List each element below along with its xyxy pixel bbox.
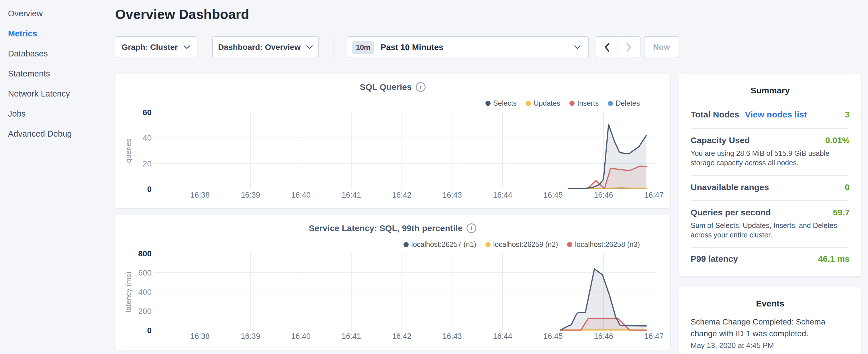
sidebar-item-databases[interactable]: Databases [0, 43, 115, 64]
svg-text:200: 200 [138, 307, 152, 316]
sidebar-item-overview[interactable]: Overview [0, 3, 115, 24]
summary-row-capacity-used: Capacity Used 0.01% You are using 28.6 M… [691, 135, 850, 167]
summary-row-description: Sum of Selects, Updates, Inserts, and De… [691, 221, 850, 240]
summary-panel: Summary Total Nodes View nodes list 3 Ca… [679, 74, 861, 277]
sidebar-item-network-latency[interactable]: Network Latency [0, 84, 115, 104]
sql-queries-plot[interactable]: 020406016:3816:3916:4016:4116:4216:4316:… [115, 74, 670, 208]
svg-text:16:46: 16:46 [594, 191, 613, 199]
svg-text:16:39: 16:39 [241, 332, 260, 341]
graph-dropdown[interactable]: Graph: Cluster [115, 36, 197, 58]
svg-text:16:44: 16:44 [493, 332, 513, 341]
sidebar-item-statements[interactable]: Statements [0, 64, 115, 84]
dashboard-dropdown[interactable]: Dashboard: Overview [212, 36, 319, 58]
summary-row-label: Capacity Used [691, 135, 750, 145]
svg-text:16:40: 16:40 [291, 332, 311, 341]
summary-row-p99-latency: P99 latency 46.1 ms [691, 254, 850, 264]
summary-title: Summary [679, 86, 861, 95]
chevron-down-icon [306, 45, 313, 50]
previous-timespan-button[interactable] [596, 37, 618, 58]
summary-row-unavailable-ranges: Unavailable ranges 0 [691, 183, 850, 192]
svg-text:600: 600 [138, 268, 152, 277]
time-step-buttons [596, 36, 641, 58]
svg-text:0: 0 [147, 326, 152, 335]
summary-row-description: You are using 28.6 MiB of 515.9 GiB usab… [691, 149, 850, 167]
chevron-left-icon [606, 43, 609, 51]
sidebar-item-jobs[interactable]: Jobs [0, 104, 115, 124]
service-latency-plot[interactable]: 020040060080016:3816:3916:4016:4116:4216… [115, 215, 670, 349]
dashboard-dropdown-label: Dashboard: Overview [218, 43, 301, 52]
svg-text:16:40: 16:40 [291, 191, 311, 199]
summary-row-value: 3 [845, 110, 850, 120]
time-window-badge: 10m [352, 41, 374, 54]
events-panel: Events Schema Change Completed: Schema c… [679, 287, 861, 354]
svg-text:16:43: 16:43 [442, 191, 462, 199]
chevron-right-icon [627, 43, 630, 51]
summary-row-queries-per-second: Queries per second 59.7 Sum of Selects, … [691, 207, 850, 240]
divider [691, 128, 848, 129]
sidebar-item-metrics[interactable]: Metrics [0, 24, 115, 43]
divider [691, 200, 848, 201]
summary-row-label: Queries per second [691, 207, 771, 217]
chevron-down-icon [183, 45, 191, 50]
svg-text:16:43: 16:43 [442, 332, 462, 341]
svg-text:16:41: 16:41 [342, 332, 361, 341]
svg-text:queries: queries [124, 138, 133, 163]
summary-row-value: 46.1 ms [818, 254, 850, 264]
sidebar-nav: OverviewMetricsDatabasesStatementsNetwor… [0, 0, 115, 354]
svg-text:800: 800 [138, 249, 152, 258]
svg-text:16:39: 16:39 [241, 191, 260, 199]
svg-text:16:38: 16:38 [190, 191, 210, 199]
time-window-label: Past 10 Minutes [380, 43, 443, 52]
svg-text:16:46: 16:46 [594, 332, 613, 341]
svg-text:16:38: 16:38 [190, 332, 210, 341]
sidebar-item-advanced-debug[interactable]: Advanced Debug [0, 124, 115, 144]
graph-dropdown-label: Graph: Cluster [122, 43, 178, 52]
summary-row-value: 59.7 [833, 207, 850, 217]
summary-row-total-nodes: Total Nodes View nodes list 3 [691, 110, 850, 120]
svg-text:400: 400 [138, 288, 152, 296]
svg-text:16:47: 16:47 [644, 332, 664, 341]
service-latency-chart-card: Service Latency: SQL, 99th percentile i … [115, 215, 671, 350]
divider [691, 175, 848, 176]
svg-text:16:45: 16:45 [543, 332, 563, 341]
summary-row-label: Total Nodes [691, 110, 739, 120]
summary-row-value: 0.01% [825, 135, 850, 145]
event-text: Schema Change Completed: Schema change w… [691, 316, 831, 340]
svg-text:16:42: 16:42 [392, 191, 411, 199]
summary-row-value: 0 [845, 183, 850, 192]
svg-text:latency (ms): latency (ms) [124, 271, 133, 312]
summary-row-label: Unavailable ranges [691, 183, 769, 192]
time-window-dropdown[interactable]: 10m Past 10 Minutes [347, 36, 589, 58]
svg-text:16:45: 16:45 [543, 191, 563, 199]
svg-text:16:42: 16:42 [392, 332, 411, 341]
events-title: Events [679, 299, 861, 309]
controls-divider [334, 36, 334, 58]
view-nodes-list-link[interactable]: View nodes list [745, 110, 807, 120]
event-timestamp: May 13, 2020 at 4:45 PM [691, 341, 831, 350]
svg-text:16:41: 16:41 [342, 191, 361, 199]
page-title: Overview Dashboard [115, 6, 249, 22]
svg-text:20: 20 [143, 159, 152, 168]
divider [691, 247, 848, 248]
now-button[interactable]: Now [644, 36, 679, 58]
summary-row-label: P99 latency [691, 254, 738, 264]
svg-text:16:47: 16:47 [644, 191, 664, 199]
sql-queries-chart-card: SQL Queries i SelectsUpdatesInsertsDelet… [115, 74, 671, 208]
chevron-down-icon [574, 45, 581, 49]
svg-text:16:44: 16:44 [493, 191, 513, 199]
next-timespan-button[interactable] [618, 37, 640, 58]
event-list-item[interactable]: Schema Change Completed: Schema change w… [691, 316, 831, 350]
svg-text:0: 0 [147, 185, 152, 194]
svg-text:60: 60 [143, 108, 152, 117]
svg-text:40: 40 [143, 133, 152, 142]
